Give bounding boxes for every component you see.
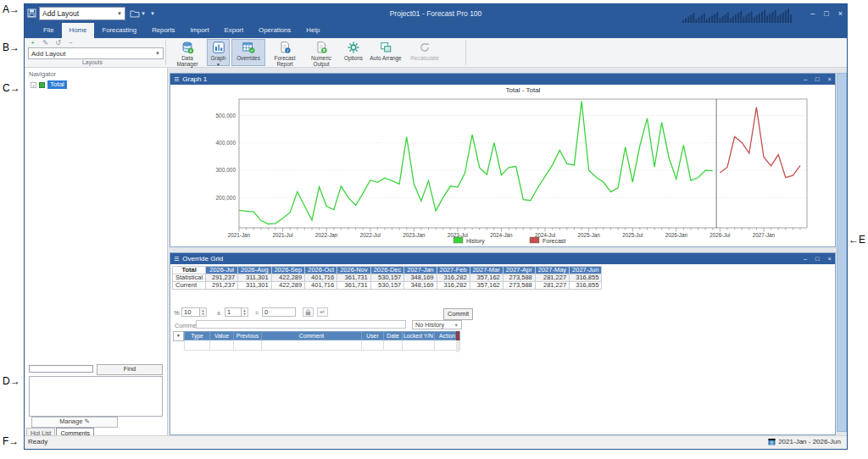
ribbon-tab-reports[interactable]: Reports xyxy=(144,23,182,38)
grid-cell[interactable]: 316,855 xyxy=(570,282,602,290)
save-icon[interactable] xyxy=(27,6,36,21)
grid-cell[interactable]: 291,237 xyxy=(206,282,238,290)
history-column-header[interactable]: Previous xyxy=(234,332,262,340)
chevron-down-icon: ▼ xyxy=(155,51,160,56)
window-controls: – □ × xyxy=(810,4,843,23)
spinner-arrows-icon[interactable]: ▲▼ xyxy=(242,307,248,317)
lock-button[interactable] xyxy=(303,307,314,317)
grid-cell[interactable]: 401,716 xyxy=(305,282,337,290)
grid-cell[interactable]: 316,855 xyxy=(570,274,602,282)
ribbon-tab-export[interactable]: Export xyxy=(217,23,252,38)
history-column-header[interactable]: User xyxy=(362,332,384,340)
manage-button[interactable]: Manage ✎ xyxy=(31,417,118,428)
grid-cell[interactable]: 311,301 xyxy=(238,274,272,282)
grid-cell[interactable]: 281,227 xyxy=(535,282,569,290)
add-layout-icon[interactable]: + xyxy=(29,39,36,47)
grid-cell[interactable]: 530,157 xyxy=(370,282,404,290)
numeric-output-button[interactable]: Numeric Output xyxy=(304,39,338,66)
history-column-header[interactable]: Value xyxy=(210,332,234,340)
data-manager-button[interactable]: Data Manager xyxy=(170,39,205,66)
ribbon-tab-help[interactable]: Help xyxy=(298,23,327,38)
undo-layout-icon[interactable]: ↺ xyxy=(54,39,62,47)
hotlist-listbox[interactable] xyxy=(29,376,163,417)
find-input[interactable] xyxy=(29,365,93,373)
grid-cell[interactable]: 273,588 xyxy=(503,274,535,282)
grid-cell[interactable]: 422,289 xyxy=(271,274,305,282)
grid-cell[interactable]: 361,731 xyxy=(337,282,371,290)
grid-cell[interactable]: 291,237 xyxy=(206,274,238,282)
history-column-header[interactable]: Comment xyxy=(262,332,362,340)
find-button[interactable]: Find xyxy=(97,364,163,375)
ribbon-tab-forecasting[interactable]: Forecasting xyxy=(94,23,144,38)
override-history-table[interactable]: TypeValuePreviousCommentUserDateLocked Y… xyxy=(184,331,460,351)
grid-column-header: 2026-Oct xyxy=(305,267,337,274)
grid-cell[interactable]: 311,301 xyxy=(238,282,272,290)
scrollbar-thumb[interactable] xyxy=(456,331,459,340)
workspace-scrollbar[interactable] xyxy=(837,73,847,432)
set-value-input[interactable]: 0 xyxy=(262,307,296,317)
forecast-chart[interactable]: Total - Total200,000300,000400,000500,00… xyxy=(170,85,835,246)
open-layout-icon[interactable]: ▼ xyxy=(130,9,146,18)
history-column-header[interactable]: Locked Y/N xyxy=(403,332,435,340)
history-column-header[interactable]: Type xyxy=(185,332,210,340)
grid-cell[interactable]: 348,169 xyxy=(404,282,437,290)
grid-cell[interactable]: 316,282 xyxy=(437,274,470,282)
grid-cell[interactable]: 401,716 xyxy=(305,274,337,282)
remove-layout-icon[interactable]: − xyxy=(67,39,75,47)
grid-column-header: 2027-Apr xyxy=(503,267,535,274)
override-grid-table[interactable]: Total2026-Jul2026-Aug2026-Sep2026-Oct202… xyxy=(172,266,602,290)
minimize-button[interactable]: – xyxy=(804,75,807,83)
tree-expand-icon[interactable]: + xyxy=(31,82,36,88)
close-button[interactable]: × xyxy=(838,10,843,18)
close-button[interactable]: × xyxy=(828,255,832,263)
close-button[interactable]: × xyxy=(828,75,832,83)
maximize-button[interactable]: □ xyxy=(824,10,828,18)
commit-button[interactable]: Commit xyxy=(443,308,473,320)
minimize-button[interactable]: – xyxy=(810,10,815,18)
graph-button[interactable]: Graph ▼ xyxy=(207,39,230,66)
grid-cell[interactable]: 348,169 xyxy=(404,274,437,282)
grid-cell[interactable]: 273,588 xyxy=(503,282,535,290)
grid-cell[interactable]: 361,731 xyxy=(337,274,371,282)
layout-select-value: Add Layout xyxy=(31,50,65,58)
grid-cell[interactable]: 530,157 xyxy=(370,274,404,282)
delta-stepper[interactable]: 1 xyxy=(225,307,242,317)
grid-cell[interactable]: 357,162 xyxy=(470,274,503,282)
grid-cell[interactable]: 422,289 xyxy=(271,282,305,290)
history-filter-button[interactable]: ▼ xyxy=(173,331,184,341)
comment-input[interactable] xyxy=(196,320,406,329)
history-scrollbar[interactable] xyxy=(456,331,459,352)
options-button[interactable]: Options xyxy=(340,39,367,66)
layout-select[interactable]: Add Layout ▼ xyxy=(28,47,164,59)
history-column-header[interactable]: Date xyxy=(384,332,403,340)
quick-layout-combo[interactable]: Add Layout ▼ xyxy=(39,7,125,20)
ribbon-tab-import[interactable]: Import xyxy=(182,23,216,38)
maximize-button[interactable]: □ xyxy=(815,255,820,263)
grid-cell[interactable]: 357,162 xyxy=(470,282,503,290)
ribbon-tab-home[interactable]: Home xyxy=(62,23,95,38)
maximize-button[interactable]: □ xyxy=(815,75,820,83)
quick-access-menu-icon[interactable]: ▼ xyxy=(150,11,155,16)
apply-button[interactable]: ↵ xyxy=(317,307,328,317)
percent-stepper[interactable]: 10 xyxy=(181,307,200,317)
recalculate-button[interactable]: Recalculate xyxy=(404,39,445,66)
history-filter-select[interactable]: No History ▼ xyxy=(412,320,462,329)
auto-arrange-button[interactable]: Auto Arrange xyxy=(369,39,403,66)
grid-column-header: 2027-Mar xyxy=(470,267,503,274)
svg-text:2024-Jan: 2024-Jan xyxy=(490,232,513,238)
ribbon-tab-file[interactable]: File xyxy=(36,23,62,38)
tree-item-label[interactable]: Total xyxy=(47,80,67,89)
minimize-button[interactable]: – xyxy=(804,255,807,263)
overrides-button[interactable]: Overrides xyxy=(231,39,265,66)
forecast-report-button[interactable]: i Forecast Report xyxy=(267,39,303,66)
ribbon-tab-operations[interactable]: Operations xyxy=(251,23,298,38)
grid-cell[interactable]: 281,227 xyxy=(535,274,569,282)
spinner-arrows-icon[interactable]: ▲▼ xyxy=(200,307,207,317)
window-menu-icon[interactable]: ☰ xyxy=(174,256,179,263)
report-document-icon: i xyxy=(277,41,292,54)
tree-item-total[interactable]: +Total xyxy=(31,80,67,89)
window-menu-icon[interactable]: ☰ xyxy=(174,76,179,83)
grid-cell[interactable]: 316,282 xyxy=(437,282,470,290)
edit-layout-icon[interactable]: ✎ xyxy=(42,39,49,47)
annotation-c: C→ xyxy=(3,82,20,94)
